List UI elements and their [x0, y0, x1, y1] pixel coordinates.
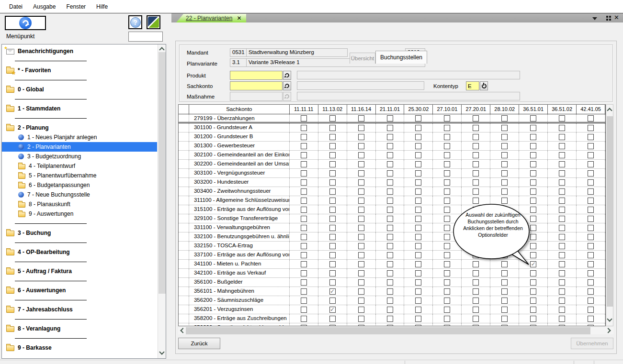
sidebar-subitem[interactable]: 1 - Neues Planjahr anlegen — [2, 132, 157, 142]
scroll-up-icon[interactable] — [159, 47, 164, 52]
checkbox-27.20.01[interactable] — [473, 279, 479, 286]
checkbox-28.10.02[interactable] — [501, 152, 508, 158]
checkbox-11.11.11[interactable] — [301, 261, 307, 267]
checkbox-21.11.01[interactable] — [387, 207, 393, 213]
quick-input[interactable] — [128, 32, 163, 42]
checkbox-11.16.14[interactable] — [358, 170, 364, 176]
checkbox-27.20.01[interactable] — [473, 179, 479, 186]
row-selector[interactable] — [179, 251, 189, 259]
menu-item-fenster[interactable]: Fenster — [61, 3, 91, 10]
scroll-thumb[interactable] — [159, 52, 166, 294]
checkbox-11.13.02[interactable] — [329, 252, 336, 258]
checked-checkbox-11.13.02[interactable]: ✓ — [329, 288, 336, 295]
checkbox-42.41.05[interactable] — [588, 270, 594, 276]
checkbox-27.10.01[interactable] — [444, 279, 450, 286]
checkbox-11.13.02[interactable] — [329, 279, 336, 286]
sidebar-subitem[interactable]: 4 - Teilplanentwurf — [2, 161, 157, 171]
sachkonto-lookup-button[interactable] — [283, 81, 291, 90]
checkbox-11.11.11[interactable] — [301, 270, 307, 276]
checkbox-11.16.14[interactable] — [358, 188, 364, 195]
scroll-down-icon[interactable] — [607, 316, 612, 321]
checkbox-36.51.02[interactable] — [559, 115, 565, 121]
checkbox-36.51.02[interactable] — [559, 325, 565, 326]
checkbox-36.51.02[interactable] — [559, 243, 565, 249]
checkbox-25.30.02[interactable] — [415, 125, 421, 131]
checkbox-27.10.01[interactable] — [444, 288, 450, 295]
checkbox-27.20.01[interactable] — [473, 161, 479, 167]
checkbox-21.11.01[interactable] — [387, 261, 393, 267]
checkbox-11.13.02[interactable] — [329, 225, 336, 231]
checkbox-28.10.02[interactable] — [501, 170, 508, 176]
checkbox-42.41.05[interactable] — [588, 225, 594, 231]
checkbox-21.11.01[interactable] — [387, 161, 393, 167]
checkbox-11.13.02[interactable] — [329, 134, 336, 140]
menu-point-button[interactable] — [5, 16, 46, 30]
checkbox-11.16.14[interactable] — [358, 279, 364, 286]
checkbox-28.10.02[interactable] — [501, 143, 508, 149]
checked-checkbox-11.13.02[interactable]: ✓ — [329, 307, 336, 313]
row-selector[interactable] — [179, 278, 189, 287]
checkbox-25.30.02[interactable] — [415, 288, 421, 295]
checkbox-21.11.01[interactable] — [387, 252, 393, 258]
checkbox-36.51.02[interactable] — [559, 179, 565, 186]
checkbox-21.11.01[interactable] — [387, 170, 393, 176]
sidebar-item[interactable]: 4 - OP-Bearbeitung — [2, 247, 157, 257]
checkbox-11.13.02[interactable] — [329, 161, 336, 167]
menu-item-hilfe[interactable]: Hilfe — [91, 3, 113, 10]
tab-close-icon[interactable]: ✕ — [237, 15, 241, 22]
checkbox-27.20.01[interactable] — [473, 325, 479, 326]
checkbox-11.11.11[interactable] — [301, 161, 307, 167]
checkbox-11.16.14[interactable] — [358, 207, 364, 213]
checkbox-42.41.05[interactable] — [588, 234, 594, 240]
checkbox-21.11.01[interactable] — [387, 216, 393, 222]
checkbox-11.11.11[interactable] — [301, 198, 307, 204]
checkbox-25.30.02[interactable] — [415, 234, 421, 240]
checkbox-11.13.02[interactable] — [329, 170, 336, 176]
checkbox-11.11.11[interactable] — [301, 143, 307, 149]
checkbox-42.41.05[interactable] — [588, 207, 594, 213]
sidebar-subitem[interactable]: 3 - Budgetzuordnung — [2, 152, 157, 161]
checkbox-11.13.02[interactable] — [329, 115, 336, 121]
checkbox-36.51.02[interactable] — [559, 270, 565, 276]
checkbox-11.13.02[interactable] — [329, 143, 336, 149]
checkbox-27.20.01[interactable] — [473, 134, 479, 140]
checkbox-25.30.02[interactable] — [415, 252, 421, 258]
checkbox-27.10.01[interactable] — [444, 325, 450, 326]
checkbox-11.11.11[interactable] — [301, 316, 307, 322]
checkbox-28.10.02[interactable] — [501, 298, 508, 304]
row-selector[interactable] — [179, 178, 189, 187]
checkbox-11.11.11[interactable] — [301, 234, 307, 240]
checkbox-42.41.05[interactable] — [588, 252, 594, 258]
checkbox-36.51.02[interactable] — [559, 170, 565, 176]
tab-buchungsstellen[interactable]: Buchungsstellen — [375, 51, 427, 64]
checkbox-21.11.01[interactable] — [387, 270, 393, 276]
checkbox-11.11.11[interactable] — [301, 179, 307, 186]
row-selector[interactable] — [179, 132, 189, 141]
checkbox-27.10.01[interactable] — [444, 125, 450, 131]
scroll-thumb[interactable] — [186, 327, 590, 334]
checkbox-36.51.02[interactable] — [559, 316, 565, 322]
row-selector[interactable] — [179, 142, 189, 150]
checkbox-27.20.01[interactable] — [473, 115, 479, 121]
checkbox-36.51.01[interactable] — [530, 170, 536, 176]
checkbox-36.51.02[interactable] — [559, 261, 565, 267]
checkbox-11.11.11[interactable] — [301, 252, 307, 258]
checkbox-28.10.02[interactable] — [501, 134, 508, 140]
checkbox-36.51.02[interactable] — [559, 143, 565, 149]
checkbox-28.10.02[interactable] — [501, 316, 508, 322]
checkbox-21.11.01[interactable] — [387, 288, 393, 295]
sidebar-item[interactable]: Benachrichtigungen — [2, 46, 157, 56]
checkbox-27.20.01[interactable] — [473, 152, 479, 158]
sidebar-item[interactable]: 6 - Auswertungen — [2, 286, 157, 295]
sidebar-subitem[interactable]: 8 - Planauskunft — [2, 199, 157, 209]
kontentyp-input[interactable] — [466, 81, 479, 90]
row-selector[interactable] — [179, 314, 189, 323]
checkbox-36.51.02[interactable] — [559, 307, 565, 313]
checkbox-25.30.02[interactable] — [415, 316, 421, 322]
checkbox-21.11.01[interactable] — [387, 125, 393, 131]
checkbox-21.11.01[interactable] — [387, 307, 393, 313]
row-selector[interactable] — [179, 205, 189, 214]
checkbox-27.10.01[interactable] — [444, 188, 450, 195]
sidebar-subitem[interactable]: 9 - Auswertungen — [2, 209, 157, 219]
checkbox-42.41.05[interactable] — [588, 288, 594, 295]
